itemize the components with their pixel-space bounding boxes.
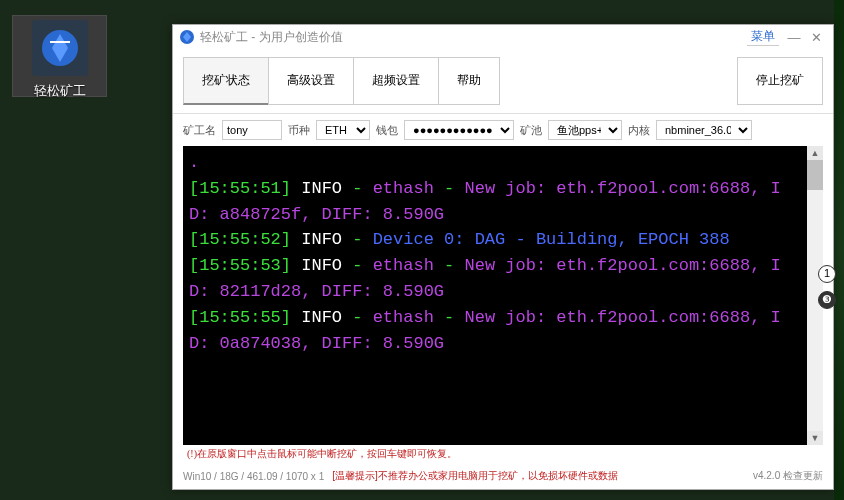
wallet-select[interactable]: ●●●●●●●●●●●●● [404,120,514,140]
pool-label: 矿池 [520,123,542,138]
status-hint: [温馨提示]不推荐办公或家用电脑用于挖矿，以免损坏硬件或数据 [332,469,618,483]
titlebar-app-icon [179,29,195,45]
pool-select[interactable]: 鱼池pps+ [548,120,622,140]
tab-overclock[interactable]: 超频设置 [353,57,439,105]
miner-name-label: 矿工名 [183,123,216,138]
coin-label: 币种 [288,123,310,138]
inline-warning: (!)在原版窗口中点击鼠标可能中断挖矿，按回车键即可恢复。 [173,447,833,465]
titlebar: 轻松矿工 - 为用户创造价值 菜单 — ✕ [173,25,833,49]
app-icon [32,20,88,76]
menu-button[interactable]: 菜单 [747,28,779,46]
tab-advanced[interactable]: 高级设置 [268,57,354,105]
version-link[interactable]: v4.2.0 检查更新 [753,469,823,483]
desktop-label: 轻松矿工 [13,82,106,100]
desktop-shortcut[interactable]: 轻松矿工 [12,15,107,97]
tab-help[interactable]: 帮助 [438,57,500,105]
params-bar: 矿工名 币种 ETH 钱包 ●●●●●●●●●●●●● 矿池 鱼池pps+ 内核… [173,114,833,146]
coin-select[interactable]: ETH [316,120,370,140]
statusbar: Win10 / 18G / 461.09 / 1070 x 1 [温馨提示]不推… [173,465,833,489]
toolbar: 挖矿状态 高级设置 超频设置 帮助 停止挖矿 [173,49,833,114]
scroll-up-icon[interactable]: ▲ [807,146,823,160]
close-button[interactable]: ✕ [805,30,827,45]
window-title: 轻松矿工 - 为用户创造价值 [200,29,747,46]
main-window: 轻松矿工 - 为用户创造价值 菜单 — ✕ 挖矿状态 高级设置 超频设置 帮助 … [172,24,834,490]
edge-indicator-1[interactable]: 1 [818,265,836,283]
console-output: . [15:55:51] INFO - ethash - New job: et… [183,146,807,445]
scroll-thumb[interactable] [807,160,823,190]
tab-mining-status[interactable]: 挖矿状态 [183,57,269,105]
stop-mining-button[interactable]: 停止挖矿 [737,57,823,105]
kernel-label: 内核 [628,123,650,138]
edge-indicator-2[interactable]: ❸ [818,291,836,309]
wallet-label: 钱包 [376,123,398,138]
miner-name-input[interactable] [222,120,282,140]
scroll-down-icon[interactable]: ▼ [807,431,823,445]
console-area: . [15:55:51] INFO - ethash - New job: et… [183,146,823,445]
system-info: Win10 / 18G / 461.09 / 1070 x 1 [183,471,324,482]
kernel-select[interactable]: nbminer_36.0 [656,120,752,140]
minimize-button[interactable]: — [783,30,805,45]
